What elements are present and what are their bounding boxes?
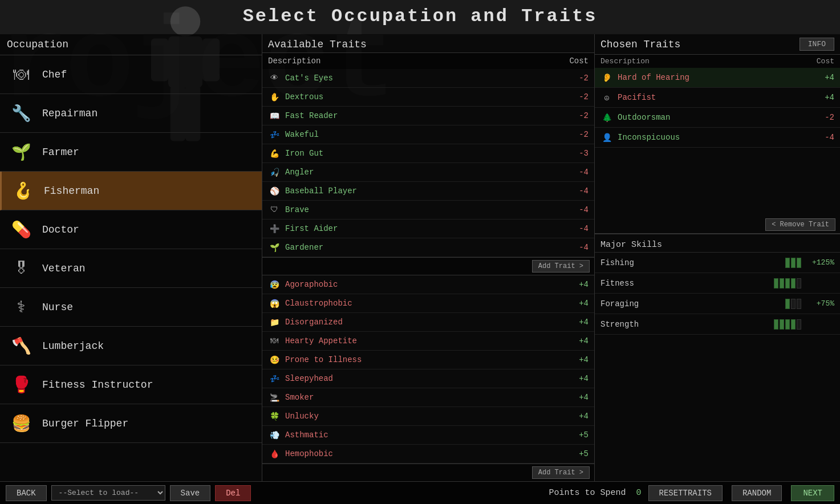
occ-icon-fisherman: 🪝 <box>9 177 37 205</box>
info-btn[interactable]: INFO <box>800 38 834 51</box>
occupation-item-doctor[interactable]: 💊 Doctor <box>0 210 262 249</box>
del-btn[interactable]: Del <box>215 485 251 501</box>
negative-trait-item[interactable]: 🩸 Hemophobic +5 <box>262 445 594 464</box>
trait-name: Dextrous <box>285 92 571 101</box>
occ-icon-veteran: 🎖 <box>7 254 35 283</box>
trait-name: Cat's Eyes <box>285 74 571 83</box>
trait-name: Claustrophobic <box>285 299 571 308</box>
positive-trait-item[interactable]: 👁 Cat's Eyes -2 <box>262 69 594 88</box>
skill-name: Foraging <box>600 299 785 308</box>
trait-cost: +5 <box>571 449 589 458</box>
positive-trait-item[interactable]: 🛡 Brave -4 <box>262 201 594 220</box>
trait-icon: 👁 <box>268 72 281 84</box>
trait-name: Fast Reader <box>285 111 571 120</box>
chosen-header-title: Chosen Traits <box>600 39 680 50</box>
trait-icon: 🍀 <box>268 410 281 422</box>
chosen-trait-cost: +4 <box>825 93 834 102</box>
negative-trait-item[interactable]: 🍀 Unlucky +4 <box>262 407 594 426</box>
occupation-item-fitness_instructor[interactable]: 🥊 Fitness Instructor <box>0 365 262 404</box>
negative-traits-panel: 😰 Agoraphobic +4 😱 Claustrophobic +4 📁 D… <box>262 275 594 481</box>
occupation-item-nurse[interactable]: ⚕ Nurse <box>0 288 262 327</box>
skill-item: Strength <box>595 314 840 335</box>
trait-cost: +4 <box>571 355 589 364</box>
skill-name: Fishing <box>600 258 785 267</box>
skill-item: Foraging +75% <box>595 294 840 314</box>
trait-icon: ✋ <box>268 91 281 103</box>
skill-bar <box>785 299 790 309</box>
major-skills-section: Major Skills Fishing +125% Fitness Forag… <box>595 234 840 338</box>
chosen-trait-name: Outdoorsman <box>618 113 825 122</box>
load-select[interactable]: --Select to load-- <box>51 485 165 501</box>
occupation-item-lumberjack[interactable]: 🪓 Lumberjack <box>0 327 262 365</box>
occupation-item-farmer[interactable]: 🌱 Farmer <box>0 133 262 172</box>
occupation-item-fisherman[interactable]: 🪝 Fisherman <box>0 172 262 210</box>
negative-trait-item[interactable]: 📁 Disorganized +4 <box>262 313 594 332</box>
chosen-trait-name: Inconspicuous <box>618 133 825 142</box>
points-value: 0 <box>636 488 642 498</box>
skill-bar <box>797 258 801 268</box>
page-title: Select Occupation and Traits <box>0 6 840 27</box>
trait-name: Hemophobic <box>285 449 571 458</box>
trait-name: Smoker <box>285 393 571 402</box>
occ-icon-lumberjack: 🪓 <box>7 332 35 360</box>
positive-trait-item[interactable]: ➕ First Aider -4 <box>262 220 594 238</box>
trait-icon: 🚬 <box>268 391 281 404</box>
trait-icon: 💪 <box>268 147 281 160</box>
trait-cost: +4 <box>571 412 589 421</box>
positive-traits-panel: 👁 Cat's Eyes -2 ✋ Dextrous -2 📖 Fast Rea… <box>262 69 594 275</box>
skill-bars <box>785 299 801 309</box>
positive-trait-item[interactable]: 🎣 Angler -4 <box>262 163 594 182</box>
random-btn[interactable]: RANDOM <box>732 485 782 501</box>
trait-name: Iron Gut <box>285 149 571 158</box>
trait-icon: 😱 <box>268 297 281 310</box>
chosen-trait-item[interactable]: 🌲 Outdoorsman -2 <box>595 108 840 128</box>
remove-trait-btn[interactable]: < Remove Trait <box>765 218 835 231</box>
back-btn[interactable]: BACK <box>6 485 47 501</box>
positive-traits-list[interactable]: 👁 Cat's Eyes -2 ✋ Dextrous -2 📖 Fast Rea… <box>262 69 594 257</box>
positive-trait-item[interactable]: 📖 Fast Reader -2 <box>262 107 594 125</box>
negative-trait-item[interactable]: 🤒 Prone to Illness +4 <box>262 351 594 369</box>
trait-cost: -4 <box>571 205 589 214</box>
add-negative-trait-btn[interactable]: Add Trait > <box>532 466 590 479</box>
save-btn[interactable]: Save <box>170 485 211 501</box>
skill-item: Fitness <box>595 273 840 294</box>
chosen-trait-item[interactable]: ☮ Pacifist +4 <box>595 88 840 108</box>
negative-trait-item[interactable]: 😱 Claustrophobic +4 <box>262 294 594 313</box>
trait-cost: -3 <box>571 149 589 158</box>
negative-traits-list[interactable]: 😰 Agoraphobic +4 😱 Claustrophobic +4 📁 D… <box>262 275 594 464</box>
chosen-desc-col: Description <box>600 57 650 66</box>
next-btn[interactable]: NEXT <box>791 485 834 501</box>
occupation-item-chef[interactable]: 🍽 Chef <box>0 55 262 94</box>
chosen-traits-list[interactable]: 👂 Hard of Hearing +4 ☮ Pacifist +4 🌲 Out… <box>595 68 840 216</box>
positive-trait-item[interactable]: 💤 Wakeful -2 <box>262 125 594 144</box>
chosen-trait-cost: +4 <box>825 73 834 82</box>
occ-icon-doctor: 💊 <box>7 216 35 244</box>
negative-trait-item[interactable]: 💤 Sleepyhead +4 <box>262 369 594 388</box>
chosen-trait-icon: ☮ <box>600 91 613 104</box>
positive-trait-item[interactable]: 🌱 Gardener -4 <box>262 238 594 257</box>
add-positive-trait-btn[interactable]: Add Trait > <box>532 260 590 273</box>
occupation-panel: Occupation 🍽 Chef 🔧 Repairman 🌱 Farmer 🪝… <box>0 34 262 481</box>
occupation-item-burger_flipper[interactable]: 🍔 Burger Flipper <box>0 404 262 443</box>
occupation-item-veteran[interactable]: 🎖 Veteran <box>0 249 262 288</box>
occupation-item-repairman[interactable]: 🔧 Repairman <box>0 94 262 133</box>
negative-trait-item[interactable]: 💨 Asthmatic +5 <box>262 426 594 445</box>
positive-trait-item[interactable]: ⚾ Baseball Player -4 <box>262 182 594 201</box>
skill-bar <box>774 319 778 330</box>
occ-name-burger_flipper: Burger Flipper <box>42 418 128 429</box>
main-container: Occupation 🍽 Chef 🔧 Repairman 🌱 Farmer 🪝… <box>0 34 840 481</box>
negative-trait-item[interactable]: 😰 Agoraphobic +4 <box>262 275 594 294</box>
trait-name: First Aider <box>285 224 571 233</box>
chosen-cost-col: Cost <box>817 57 834 66</box>
positive-trait-item[interactable]: ✋ Dextrous -2 <box>262 88 594 107</box>
chosen-trait-item[interactable]: 👂 Hard of Hearing +4 <box>595 68 840 88</box>
chosen-trait-item[interactable]: 👤 Inconspicuous -4 <box>595 128 840 148</box>
occ-icon-burger_flipper: 🍔 <box>7 409 35 438</box>
reset-traits-btn[interactable]: RESETTRAITS <box>648 485 723 501</box>
negative-trait-item[interactable]: 🍽 Hearty Appetite +4 <box>262 332 594 351</box>
skill-bar <box>785 258 790 268</box>
skill-bar <box>797 319 801 330</box>
positive-trait-item[interactable]: 💪 Iron Gut -3 <box>262 144 594 163</box>
occupation-list[interactable]: 🍽 Chef 🔧 Repairman 🌱 Farmer 🪝 Fisherman … <box>0 55 262 481</box>
negative-trait-item[interactable]: 🚬 Smoker +4 <box>262 388 594 407</box>
